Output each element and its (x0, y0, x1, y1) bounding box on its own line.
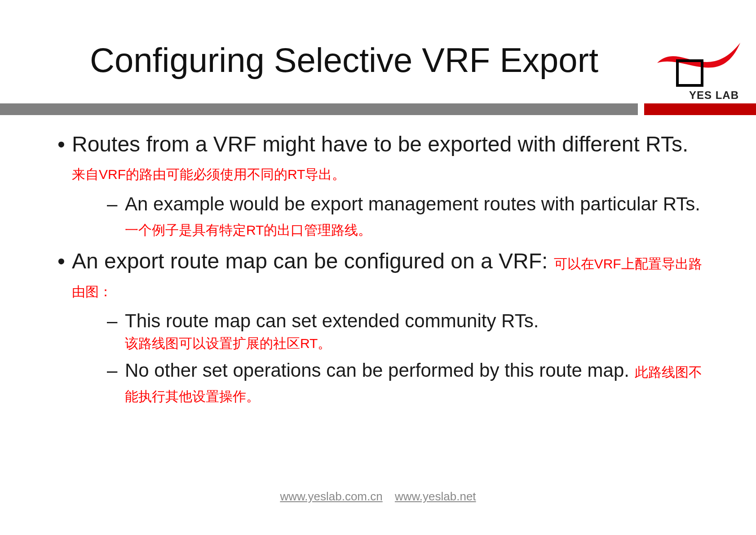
yeslab-logo: YES LAB (653, 36, 743, 90)
bullet-text-en: An example would be export management ro… (125, 193, 700, 214)
bullet-text-en: No other set operations can be performed… (125, 360, 629, 381)
content-body: Routes from a VRF might have to be expor… (72, 130, 707, 414)
bullet-level2: An example would be export management ro… (107, 192, 707, 241)
divider-bar-grey (0, 103, 638, 115)
bullet-level1: An export route map can be configured on… (72, 247, 707, 303)
bullet-text-en: This route map can set extended communit… (125, 310, 539, 331)
bullet-text-en: An export route map can be configured on… (72, 249, 548, 273)
slide: Configuring Selective VRF Export YES LAB… (0, 0, 756, 535)
title-wrap: Configuring Selective VRF Export (27, 0, 729, 80)
divider-bar (0, 103, 756, 115)
logo-text: YES LAB (689, 89, 739, 102)
footer-link[interactable]: www.yeslab.net (395, 490, 476, 503)
footer: www.yeslab.com.cn www.yeslab.net (0, 490, 756, 504)
bullet-level2: This route map can set extended communit… (107, 309, 707, 352)
slide-title: Configuring Selective VRF Export (90, 40, 729, 80)
bullet-text-en: Routes from a VRF might have to be expor… (72, 132, 688, 156)
bullet-text-zh: 该路线图可以设置扩展的社区RT。 (125, 334, 707, 352)
checkmark-icon (653, 36, 743, 90)
divider-bar-red (644, 103, 756, 115)
footer-link[interactable]: www.yeslab.com.cn (280, 490, 382, 503)
bullet-level1: Routes from a VRF might have to be expor… (72, 130, 707, 186)
bullet-text-zh: 一个例子是具有特定RT的出口管理路线。 (125, 223, 371, 237)
divider-bar-gap (638, 103, 644, 115)
bullet-level2: No other set operations can be performed… (107, 358, 707, 407)
bullet-text-zh: 来自VRF的路由可能必须使用不同的RT导出。 (72, 167, 345, 182)
